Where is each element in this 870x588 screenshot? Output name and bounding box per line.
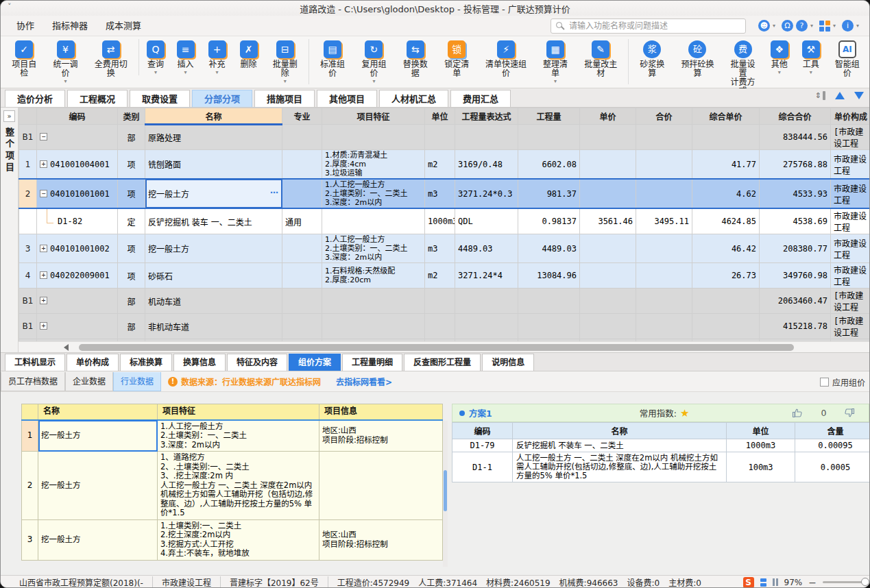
help-icon[interactable]: ? xyxy=(796,20,808,32)
name-cell[interactable]: 反铲挖掘机 装车 一、二类土 xyxy=(145,208,282,234)
go-to-index-site-link[interactable]: 去指标网看看> xyxy=(336,376,392,387)
column-header[interactable]: 编码 xyxy=(37,108,118,125)
plan-title[interactable]: 方案1 xyxy=(469,406,492,419)
table-row[interactable]: 3 +040101001002 项 挖一般土方 1.人工挖一般土方 2.土壤类别… xyxy=(19,234,870,263)
name-cell[interactable]: 砂砾石 xyxy=(145,263,282,289)
zoom-out-icon[interactable]: − xyxy=(808,577,817,588)
column-header[interactable]: 名称 xyxy=(513,423,727,439)
list-item[interactable]: 2 挖一般土方 1、道路挖方 2、.土壤类别:一、二类土 3、.挖土深度:2m … xyxy=(22,452,443,520)
scrollbar-thumb[interactable] xyxy=(444,470,447,511)
table-row[interactable]: 2 −040101001001 项 ⋯挖一般土方 1.人工挖一般土方 2.土壤类… xyxy=(19,179,870,208)
detail-tab[interactable]: 单价构成 xyxy=(67,354,119,371)
name-cell[interactable]: 挖一般土方 xyxy=(145,234,282,263)
column-header[interactable]: 类别 xyxy=(118,108,145,125)
detail-tab[interactable]: 工程量明细 xyxy=(342,354,402,371)
list-item[interactable]: 3 挖一般土方 1.土壤类别:一、二类土 2.挖土深度:2m以内 3.挖掘方式:… xyxy=(22,519,443,560)
column-header[interactable]: 含量 xyxy=(795,423,870,439)
column-header[interactable]: 工程量表达式 xyxy=(455,108,518,125)
sidebar-expander-icon[interactable]: » xyxy=(3,110,15,122)
column-header[interactable]: 单位 xyxy=(727,423,795,439)
toolbar-button[interactable]: ✎ 批量改主材 xyxy=(576,39,625,84)
toolbar-button[interactable]: ⇆ 替换数据 xyxy=(395,39,436,84)
code-cell[interactable]: − xyxy=(37,125,118,150)
table-row[interactable]: 4 +040202009001 项 砂砾石 1.石料规格:天然级配 2.厚度:2… xyxy=(19,263,870,289)
move-down-icon[interactable] xyxy=(854,92,864,99)
dropdown-caret-icon[interactable]: ▾ xyxy=(284,78,287,84)
table-row[interactable]: B1 + 部 非机动车道 415218.78 xyxy=(19,314,870,339)
toolbar-button[interactable]: + 补充 ▾ xyxy=(202,39,233,75)
move-up-icon[interactable] xyxy=(835,92,845,99)
name-cell[interactable]: 非机动车道 xyxy=(145,314,282,339)
toolbar-button[interactable]: ⇄ 全费用切换 xyxy=(86,39,136,84)
code-cell[interactable]: +040202009001 xyxy=(37,263,118,289)
toolbar-button[interactable]: AI 智能组价 xyxy=(827,39,868,84)
name-cell[interactable]: ⋯挖一般土方 xyxy=(145,179,282,208)
detail-tab[interactable]: 说明信息 xyxy=(482,354,534,371)
toolbar-button[interactable]: ¥ 统一调价 ▾ xyxy=(45,39,86,84)
dropdown-caret-icon[interactable]: ▾ xyxy=(64,78,67,84)
tree-toggle-icon[interactable]: − xyxy=(40,190,47,197)
sheet-tab[interactable]: 措施项目 xyxy=(254,90,315,107)
sheet-tab[interactable]: 取费设置 xyxy=(130,90,190,107)
name-cell[interactable]: 原路处理 xyxy=(145,125,282,150)
thumbs-up-icon[interactable] xyxy=(792,408,803,418)
thumbs-down-icon[interactable] xyxy=(844,408,855,418)
dropdown-caret-icon[interactable]: ▾ xyxy=(810,69,812,75)
tree-toggle-icon[interactable]: − xyxy=(40,133,47,140)
sheet-tab[interactable]: 造价分析 xyxy=(5,90,65,107)
row-number-cell[interactable] xyxy=(19,208,37,234)
sheet-tab[interactable]: 工程概况 xyxy=(67,90,128,107)
detail-tab[interactable]: 特征及内容 xyxy=(227,354,287,371)
project-tree-label[interactable]: 整个项目 xyxy=(3,127,16,174)
toolbar-button[interactable]: ⚒ 工具 ▾ xyxy=(795,39,827,75)
menu-item[interactable]: 指标神器 xyxy=(43,16,97,36)
row-height-adjust-icon[interactable]: ⇕ xyxy=(815,91,825,100)
toolbar-button[interactable]: 砼 预拌砼换算 xyxy=(673,39,722,84)
apply-pricing-checkbox[interactable] xyxy=(820,378,829,387)
vertical-scrollbar[interactable] xyxy=(443,421,448,567)
more-options-icon[interactable]: ⋯ xyxy=(270,188,279,197)
detail-tab[interactable]: 换算信息 xyxy=(173,354,226,371)
column-header[interactable]: 合价 xyxy=(636,108,692,125)
code-cell[interactable]: +041001004001 xyxy=(37,150,118,180)
dropdown-caret-icon[interactable]: ▾ xyxy=(184,69,187,75)
source-tab[interactable]: 行业数据 xyxy=(113,372,161,391)
toolbar-button[interactable]: ▤ 标准组价 xyxy=(309,39,353,84)
sheet-tab[interactable]: 人材机汇总 xyxy=(379,90,448,107)
column-header[interactable]: 项目特征 xyxy=(322,108,425,125)
row-number-cell[interactable]: B1 xyxy=(19,289,37,314)
name-cell[interactable]: 铣刨路面 xyxy=(145,150,282,180)
tree-toggle-icon[interactable]: + xyxy=(40,160,47,168)
table-row[interactable]: 1 +041001004001 项 铣刨路面 1.材质:沥青混凝土 2.厚度:4… xyxy=(19,150,870,180)
tree-toggle-icon[interactable]: + xyxy=(40,271,47,279)
sheet-tab[interactable]: 分部分项 xyxy=(192,90,252,107)
column-header[interactable]: 专业 xyxy=(282,108,322,125)
menu-item[interactable]: 成本测算 xyxy=(97,16,150,36)
toolbar-button[interactable]: Q 查询 ▾ xyxy=(138,39,170,75)
table-row[interactable]: D1-82 定 反铲挖掘机 装车 一、二类土 通用 1000m3 QDL 0.9… xyxy=(19,208,870,234)
column-header[interactable]: 综合单价 xyxy=(692,108,760,125)
column-header[interactable]: 单位 xyxy=(425,108,455,125)
name-cell[interactable]: 挖一般土方 xyxy=(38,452,158,520)
dropdown-caret-icon[interactable]: ▾ xyxy=(154,69,157,75)
sheet-tab[interactable]: 其他项目 xyxy=(317,90,377,107)
zoom-slider[interactable] xyxy=(823,581,867,583)
row-number-cell[interactable]: 1 xyxy=(19,150,37,180)
code-cell[interactable]: +040101001002 xyxy=(37,234,118,263)
row-number-cell[interactable]: 1 xyxy=(22,420,38,452)
tree-toggle-icon[interactable]: + xyxy=(40,297,47,304)
scrollbar-thumb[interactable] xyxy=(79,344,794,351)
dropdown-caret-icon[interactable]: ▾ xyxy=(554,78,557,84)
column-header[interactable]: 综合合价 xyxy=(760,108,831,125)
toolbar-button[interactable]: 浆 砂浆换算 xyxy=(628,39,673,84)
headset-support-icon[interactable]: Ω xyxy=(782,20,793,32)
detail-tab[interactable]: 标准换算 xyxy=(120,354,172,371)
table-row[interactable]: D1-79 反铲挖掘机 不装车 一、二类土 1000m3 0.00095 xyxy=(452,439,870,452)
toolbar-button[interactable]: ↻ 复用组价 ▾ xyxy=(353,39,394,84)
zoom-slider-handle[interactable] xyxy=(861,578,869,586)
column-header[interactable]: 项目信息 xyxy=(319,404,443,420)
glodon-logo-icon[interactable]: S xyxy=(743,577,754,588)
info-icon[interactable]: i xyxy=(842,20,854,32)
toolbar-button[interactable]: ⚡ 清单快速组价 xyxy=(477,39,535,84)
source-tab[interactable]: 企业数据 xyxy=(65,372,113,391)
